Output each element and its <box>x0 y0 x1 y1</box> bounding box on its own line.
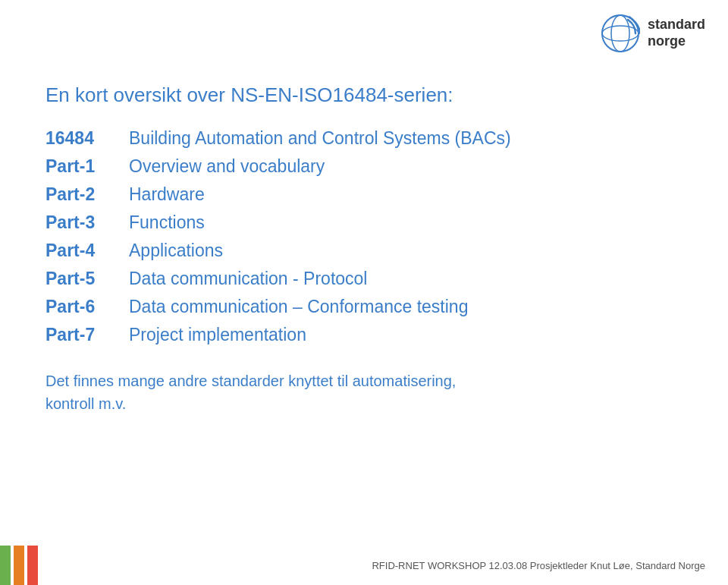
part-label-7: Part-7 <box>46 325 129 345</box>
parts-table: 16484 Building Automation and Control Sy… <box>46 128 682 345</box>
part-desc-1: Overview and vocabulary <box>129 156 325 177</box>
part-label-2: Part-2 <box>46 184 129 205</box>
part-desc-7: Project implementation <box>129 325 306 345</box>
footer-text: RFID-RNET WORKSHOP 12.03.08 Prosjektlede… <box>106 560 728 571</box>
part-desc-5: Data communication - Protocol <box>129 269 367 289</box>
part-desc-2: Hardware <box>129 184 205 205</box>
logo-standard: standard <box>648 17 705 33</box>
footnote: Det finnes mange andre standarder knytte… <box>46 370 682 415</box>
slide: standard norge En kort oversikt over NS-… <box>0 0 728 585</box>
part-desc-4: Applications <box>129 241 223 261</box>
part-desc-3: Functions <box>129 212 205 233</box>
logo-area: standard norge <box>601 14 705 53</box>
orange-bar <box>14 546 24 585</box>
part-desc-16484: Building Automation and Control Systems … <box>129 128 511 149</box>
part-row-2: Part-2 Hardware <box>46 184 682 205</box>
footnote-line1: Det finnes mange andre standarder knytte… <box>46 370 682 392</box>
bottom-bar: RFID-RNET WORKSHOP 12.03.08 Prosjektlede… <box>0 546 728 585</box>
part-label-5: Part-5 <box>46 269 129 289</box>
logo-norge: norge <box>648 33 705 50</box>
slide-title: En kort oversikt over NS-EN-ISO16484-ser… <box>46 83 682 107</box>
part-row-3: Part-3 Functions <box>46 212 682 233</box>
part-row-7: Part-7 Project implementation <box>46 325 682 345</box>
part-desc-6: Data communication – Conformance testing <box>129 297 468 317</box>
part-row-6: Part-6 Data communication – Conformance … <box>46 297 682 317</box>
part-label-1: Part-1 <box>46 156 129 177</box>
standard-norge-logo-icon <box>601 14 640 53</box>
red-bar <box>27 546 38 585</box>
main-content: En kort oversikt over NS-EN-ISO16484-ser… <box>46 83 682 415</box>
part-label-6: Part-6 <box>46 297 129 317</box>
footnote-line2: kontroll m.v. <box>46 392 682 415</box>
part-label-4: Part-4 <box>46 241 129 261</box>
svg-point-2 <box>602 26 639 41</box>
part-row-16484: 16484 Building Automation and Control Sy… <box>46 128 682 149</box>
svg-point-1 <box>611 15 629 52</box>
color-bars <box>0 546 91 585</box>
part-label-16484: 16484 <box>46 128 129 149</box>
green-bar <box>0 546 11 585</box>
part-row-1: Part-1 Overview and vocabulary <box>46 156 682 177</box>
logo-text: standard norge <box>648 17 705 49</box>
part-row-5: Part-5 Data communication - Protocol <box>46 269 682 289</box>
part-row-4: Part-4 Applications <box>46 241 682 261</box>
part-label-3: Part-3 <box>46 212 129 233</box>
